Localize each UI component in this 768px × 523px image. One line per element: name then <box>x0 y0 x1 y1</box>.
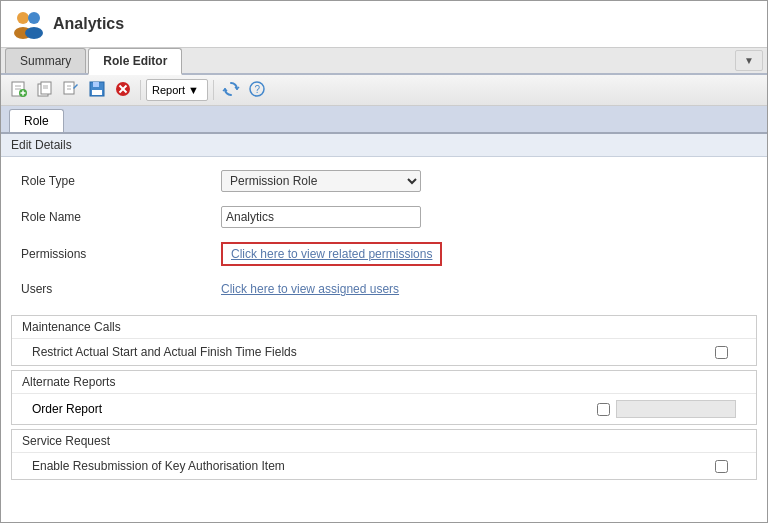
permissions-label: Permissions <box>21 247 221 261</box>
refresh-button[interactable] <box>219 78 243 102</box>
copy-button[interactable] <box>33 78 57 102</box>
content-area: Role Edit Details Role Type Permission R… <box>1 106 767 522</box>
service-request-section: Service Request Enable Resubmission of K… <box>11 429 757 480</box>
svg-rect-18 <box>93 82 99 87</box>
users-row: Users Click here to view assigned users <box>1 273 767 305</box>
role-type-control[interactable]: Permission Role Admin Role User Role <box>221 170 481 192</box>
edit-button[interactable] <box>59 78 83 102</box>
service-request-header: Service Request <box>12 430 756 452</box>
main-window: Analytics Summary Role Editor ▼ <box>0 0 768 523</box>
role-name-row: Role Name <box>1 199 767 235</box>
save-icon <box>88 80 106 100</box>
svg-text:?: ? <box>254 84 260 95</box>
report-dropdown[interactable]: Report ▼ <box>146 79 208 101</box>
edit-details-header: Edit Details <box>1 134 767 157</box>
order-report-label: Order Report <box>32 402 591 416</box>
app-icon <box>11 7 45 41</box>
svg-point-3 <box>25 27 43 39</box>
edit-icon <box>62 80 80 100</box>
users-link[interactable]: Click here to view assigned users <box>221 282 399 296</box>
enable-resubmission-label: Enable Resubmission of Key Authorisation… <box>32 459 706 473</box>
restrict-actual-checkbox-cell[interactable] <box>706 346 736 359</box>
tab-summary[interactable]: Summary <box>5 48 86 73</box>
tab-role-editor[interactable]: Role Editor <box>88 48 182 75</box>
svg-point-0 <box>17 12 29 24</box>
new-button[interactable] <box>7 78 31 102</box>
order-report-checkbox[interactable] <box>597 403 610 416</box>
maintenance-calls-section: Maintenance Calls Restrict Actual Start … <box>11 315 757 366</box>
svg-rect-19 <box>92 90 102 95</box>
report-dropdown-arrow: ▼ <box>188 84 199 96</box>
permissions-control[interactable]: Click here to view related permissions <box>221 242 481 266</box>
new-icon <box>10 80 28 100</box>
permissions-row: Permissions Click here to view related p… <box>1 235 767 273</box>
page-title: Analytics <box>53 15 124 33</box>
service-request-row-1: Enable Resubmission of Key Authorisation… <box>12 452 756 479</box>
role-name-input[interactable] <box>221 206 421 228</box>
enable-resubmission-checkbox[interactable] <box>715 460 728 473</box>
role-type-label: Role Type <box>21 174 221 188</box>
users-label: Users <box>21 282 221 296</box>
toolbar-separator-1 <box>140 80 141 100</box>
role-tab-strip: Role <box>1 106 767 134</box>
toolbar: Report ▼ ? <box>1 75 767 106</box>
svg-point-2 <box>28 12 40 24</box>
report-label: Report <box>152 84 185 96</box>
permissions-link[interactable]: Click here to view related permissions <box>221 242 442 266</box>
save-button[interactable] <box>85 78 109 102</box>
restrict-actual-checkbox[interactable] <box>715 346 728 359</box>
alternate-reports-header: Alternate Reports <box>12 371 756 393</box>
role-name-control[interactable] <box>221 206 481 228</box>
tab-dropdown[interactable]: ▼ <box>735 50 763 71</box>
refresh-icon <box>222 80 240 100</box>
restrict-actual-label: Restrict Actual Start and Actual Finish … <box>32 345 706 359</box>
order-report-input <box>616 400 736 418</box>
toolbar-separator-2 <box>213 80 214 100</box>
alternate-reports-section: Alternate Reports Order Report <box>11 370 757 425</box>
copy-icon <box>36 80 54 100</box>
title-bar: Analytics <box>1 1 767 48</box>
users-control[interactable]: Click here to view assigned users <box>221 282 481 296</box>
tab-role[interactable]: Role <box>9 109 64 132</box>
form-body: Role Type Permission Role Admin Role Use… <box>1 157 767 311</box>
help-icon: ? <box>248 80 266 100</box>
delete-button[interactable] <box>111 78 135 102</box>
svg-rect-14 <box>64 82 74 94</box>
role-name-label: Role Name <box>21 210 221 224</box>
help-button[interactable]: ? <box>245 78 269 102</box>
maintenance-calls-row-1: Restrict Actual Start and Actual Finish … <box>12 338 756 365</box>
maintenance-calls-header: Maintenance Calls <box>12 316 756 338</box>
role-type-select[interactable]: Permission Role Admin Role User Role <box>221 170 421 192</box>
enable-resubmission-checkbox-cell[interactable] <box>706 460 736 473</box>
tab-bar: Summary Role Editor ▼ <box>1 48 767 75</box>
delete-icon <box>114 80 132 100</box>
order-report-row: Order Report <box>12 393 756 424</box>
role-type-row: Role Type Permission Role Admin Role Use… <box>1 163 767 199</box>
